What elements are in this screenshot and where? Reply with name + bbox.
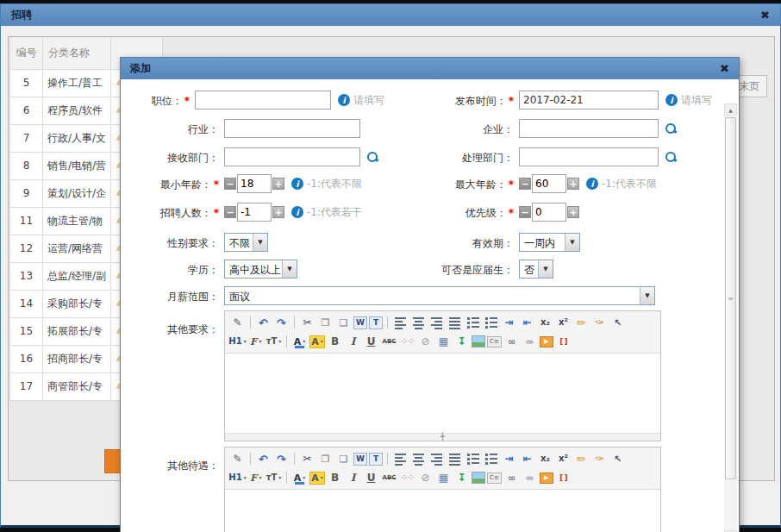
table-icon[interactable]: ▦	[435, 335, 452, 349]
fresh-graduate-select[interactable]: 否 ▼	[519, 260, 553, 279]
gender-select[interactable]: 不限 ▼	[224, 233, 268, 252]
strikethrough-icon[interactable]: ABC	[381, 471, 397, 485]
industry-input[interactable]	[224, 119, 360, 138]
align-left-icon[interactable]	[392, 452, 409, 466]
unordered-list-icon[interactable]	[483, 316, 499, 330]
link-icon[interactable]: ∞	[503, 471, 520, 485]
ordered-list-icon[interactable]	[465, 452, 481, 466]
publish-time-input[interactable]	[519, 91, 659, 110]
font-color-icon[interactable]: A▾	[291, 471, 308, 485]
link-icon[interactable]: ∞	[503, 335, 520, 349]
underline-icon[interactable]: U	[363, 471, 379, 485]
max-age-increment-button[interactable]: +	[567, 178, 579, 190]
paste-word-icon[interactable]: W	[353, 316, 367, 329]
select-all-icon[interactable]: ↖	[609, 452, 626, 466]
clean-format-icon[interactable]: ✏	[573, 316, 590, 330]
font-size-icon[interactable]: тT▾	[266, 335, 282, 349]
chevron-down-icon[interactable]: ▼	[253, 234, 267, 251]
other-requirements-editor-content[interactable]	[225, 354, 660, 433]
max-age-decrement-button[interactable]: −	[519, 178, 531, 190]
handle-dept-search-icon[interactable]	[665, 151, 677, 163]
min-age-decrement-button[interactable]: −	[224, 178, 236, 190]
unlink-icon[interactable]: ∞	[522, 335, 538, 349]
font-size-icon[interactable]: тT▾	[266, 471, 282, 485]
receive-dept-search-icon[interactable]	[366, 151, 378, 163]
outdent-icon[interactable]: ⇤	[519, 452, 535, 466]
indent-icon[interactable]: ⇥	[501, 316, 517, 330]
eraser-icon[interactable]: ⊘	[417, 335, 434, 349]
image-icon[interactable]	[472, 472, 485, 484]
priority-decrement-button[interactable]: −	[519, 206, 531, 218]
chevron-down-icon[interactable]: ▼	[538, 260, 553, 278]
handle-dept-input[interactable]	[519, 147, 659, 166]
column-header-name[interactable]: 分类名称	[43, 38, 111, 69]
paste-icon[interactable]: ❏	[335, 452, 352, 466]
align-justify-icon[interactable]	[447, 316, 463, 330]
align-justify-icon[interactable]	[447, 452, 463, 466]
underline-icon[interactable]: U	[363, 335, 379, 349]
chevron-down-icon[interactable]: ▼	[282, 260, 297, 278]
align-left-icon[interactable]	[392, 316, 409, 330]
fullscreen-icon[interactable]: [ ]	[555, 335, 572, 349]
education-select[interactable]: 高中及以上 ▼	[224, 260, 297, 279]
insert-hr-icon[interactable]: ↧	[453, 471, 470, 485]
undo-icon[interactable]: ↶	[255, 452, 272, 466]
subscript-icon[interactable]: x₂	[537, 452, 553, 466]
align-center-icon[interactable]	[410, 452, 427, 466]
headcount-decrement-button[interactable]: −	[224, 206, 236, 218]
paste-icon[interactable]: ❏	[335, 316, 352, 330]
redo-icon[interactable]: ↷	[273, 316, 290, 330]
headcount-increment-button[interactable]: +	[272, 206, 284, 218]
symbol-grid-icon[interactable]: ⁘⁘	[399, 335, 415, 349]
redo-icon[interactable]: ↷	[273, 452, 290, 466]
media-icon[interactable]: ▶	[540, 336, 553, 347]
superscript-icon[interactable]: x²	[555, 316, 572, 330]
bold-icon[interactable]: B	[327, 471, 343, 485]
format-painter-icon[interactable]: ✑	[591, 316, 608, 330]
format-painter-icon[interactable]: ✑	[591, 452, 608, 466]
chevron-down-icon[interactable]: ▼	[640, 287, 654, 304]
editor-resize-handle[interactable]: ╋	[225, 433, 660, 441]
priority-increment-button[interactable]: +	[567, 206, 579, 218]
source-code-icon[interactable]: ✎	[229, 452, 246, 466]
clean-format-icon[interactable]: ✏	[573, 452, 590, 466]
subscript-icon[interactable]: x₂	[537, 316, 553, 330]
other-benefits-editor-content[interactable]	[225, 490, 660, 532]
headcount-input[interactable]	[237, 203, 272, 222]
salary-range-select[interactable]: 面议 ▼	[224, 286, 655, 305]
unlink-icon[interactable]: ∞	[522, 471, 538, 485]
copy-icon[interactable]: ❐	[317, 452, 334, 466]
enterprise-input[interactable]	[519, 119, 659, 138]
ordered-list-icon[interactable]	[465, 316, 481, 330]
modal-scrollbar[interactable]: ▲ ≡ ▼	[724, 103, 737, 532]
validity-select[interactable]: 一周内 ▼	[519, 233, 580, 252]
fullscreen-icon[interactable]: [ ]	[555, 471, 572, 485]
font-family-icon[interactable]: F▾	[247, 471, 264, 485]
unordered-list-icon[interactable]	[483, 452, 499, 466]
chevron-down-icon[interactable]: ▼	[565, 234, 579, 251]
italic-icon[interactable]: I	[345, 335, 361, 349]
image-icon[interactable]	[472, 335, 485, 347]
paste-word-icon[interactable]: W	[353, 453, 367, 466]
source-code-icon[interactable]: ✎	[229, 316, 246, 330]
paste-text-icon[interactable]: T	[369, 316, 383, 329]
max-age-input[interactable]	[532, 174, 566, 193]
bold-icon[interactable]: B	[327, 335, 343, 349]
highlight-color-icon[interactable]: A▾	[309, 335, 325, 348]
scroll-up-arrow-icon[interactable]: ▲	[724, 103, 737, 116]
receive-dept-input[interactable]	[224, 147, 360, 166]
highlight-color-icon[interactable]: A▾	[309, 472, 325, 485]
priority-input[interactable]	[532, 203, 566, 222]
insert-hr-icon[interactable]: ↧	[453, 335, 470, 349]
align-right-icon[interactable]	[428, 452, 445, 466]
min-age-input[interactable]	[237, 174, 272, 193]
add-dialog-close-icon[interactable]: ✖	[720, 63, 729, 74]
symbol-grid-icon[interactable]: ⁘⁘	[399, 471, 415, 485]
cut-icon[interactable]: ✂	[299, 452, 316, 466]
scrollbar-thumb[interactable]: ≡	[725, 117, 736, 479]
select-all-icon[interactable]: ↖	[609, 316, 626, 330]
enterprise-search-icon[interactable]	[665, 122, 677, 135]
media-icon[interactable]: ▶	[540, 473, 553, 484]
copy-icon[interactable]: ❐	[317, 316, 334, 330]
align-center-icon[interactable]	[410, 316, 427, 330]
